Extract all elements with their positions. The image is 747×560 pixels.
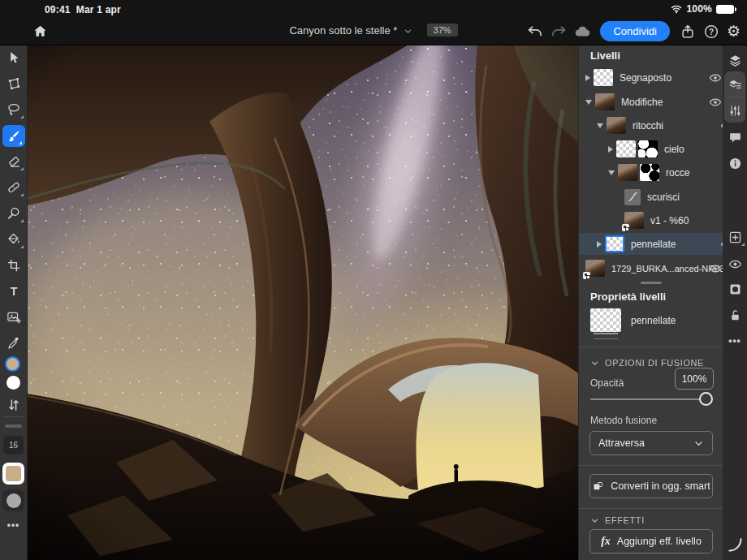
blend-options-section-header[interactable]: OPZIONI DI FUSIONE <box>590 358 704 368</box>
blend-mode-dropdown[interactable]: Attraversa <box>589 431 713 455</box>
effects-section-header[interactable]: EFFETTI <box>590 515 645 525</box>
layer-thumbnail[interactable] <box>594 69 613 86</box>
comments-button[interactable] <box>723 127 747 148</box>
disclosure-down-icon[interactable] <box>585 100 592 105</box>
visibility-eye-icon[interactable] <box>709 262 722 275</box>
hide-interface-handle[interactable] <box>723 534 747 555</box>
layers-view-button[interactable] <box>723 50 747 71</box>
brush-size-value: 16 <box>9 441 18 450</box>
layer-thumbnail[interactable] <box>616 140 636 157</box>
add-layer-button[interactable] <box>723 226 747 248</box>
layer-mask-thumbnail[interactable] <box>638 140 658 157</box>
effects-label: EFFETTI <box>605 515 645 525</box>
rail-divider <box>728 97 742 97</box>
cloud-sync-icon[interactable] <box>574 24 590 40</box>
add-layer-effect-button[interactable]: fx Aggiungi eff. livello <box>589 529 713 554</box>
share-button[interactable]: Condividi <box>600 21 669 41</box>
clone-stamp-tool[interactable] <box>0 202 27 225</box>
tool-options-drag-handle[interactable] <box>5 424 22 428</box>
canyon-photo <box>27 45 578 560</box>
layer-row-modifiche[interactable]: Modifiche <box>579 91 730 113</box>
disclosure-right-icon[interactable] <box>585 75 590 81</box>
disclosure-down-icon[interactable] <box>597 123 603 128</box>
settings-gear-icon[interactable]: ⚙ <box>727 24 741 40</box>
opacity-slider-handle[interactable] <box>699 392 713 406</box>
disclosure-right-icon[interactable] <box>608 146 613 153</box>
adjustments-button[interactable] <box>723 100 747 121</box>
tool-bar: 16 ••• <box>0 45 28 560</box>
document-title[interactable]: Canyon sotto le stelle * <box>289 24 397 37</box>
blend-mode-value: Attraversa <box>598 437 645 449</box>
background-color-swatch[interactable] <box>6 376 20 390</box>
selected-layer-thumbnail <box>590 308 621 332</box>
adjustment-curves-thumbnail[interactable] <box>624 189 641 205</box>
layer-mask-thumbnail[interactable] <box>640 164 659 181</box>
eraser-tool[interactable] <box>0 150 27 173</box>
type-tool[interactable] <box>0 280 27 303</box>
brush-tool[interactable] <box>2 125 25 147</box>
brush-color-chip[interactable] <box>2 463 24 485</box>
convert-smart-object-button[interactable]: Converti in ogg. smart <box>589 474 713 498</box>
layer-row-background[interactable]: 1729_BURKA...anced-NR33 <box>579 257 730 279</box>
add-layer-effect-label: Aggiungi eff. livello <box>617 536 702 547</box>
status-date: Mar 1 apr <box>76 4 121 15</box>
toolbar-divider <box>4 416 23 417</box>
info-button[interactable] <box>723 153 747 174</box>
convert-smart-object-label: Converti in ogg. smart <box>611 480 710 492</box>
blend-mode-label: Metodo fusione <box>590 415 657 426</box>
brush-opacity-chip[interactable] <box>2 489 24 511</box>
layer-thumbnail[interactable] <box>607 117 626 134</box>
swap-colors-button[interactable] <box>0 394 27 416</box>
visibility-eye-icon[interactable] <box>709 71 722 84</box>
layers-detail-button[interactable] <box>723 74 747 95</box>
visibility-eye-icon[interactable] <box>709 96 722 109</box>
more-layer-options-button[interactable]: ••• <box>723 330 747 351</box>
help-icon[interactable] <box>703 24 719 40</box>
place-photo-tool[interactable] <box>0 306 27 329</box>
blend-options-label: OPZIONI DI FUSIONE <box>605 358 704 368</box>
layer-row-scurisci[interactable]: scurisci <box>579 186 747 208</box>
lasso-select-tool[interactable] <box>0 98 27 121</box>
opacity-label: Opacità <box>590 372 624 389</box>
layer-thumbnail[interactable] <box>595 93 615 110</box>
layer-row-cielo[interactable]: cielo <box>579 138 747 160</box>
battery-percent: 100% <box>687 3 713 15</box>
fill-tool[interactable] <box>0 228 27 251</box>
disclosure-down-icon[interactable] <box>608 170 615 175</box>
layer-row-pennellate-selected[interactable]: pennellate <box>579 233 741 255</box>
smart-object-badge-icon <box>622 224 629 231</box>
zoom-level-badge[interactable]: 37% <box>427 24 458 37</box>
layer-row-rocce[interactable]: rocce <box>579 162 747 183</box>
brush-size-field[interactable]: 16 <box>3 436 24 454</box>
more-tool-options-button[interactable]: ••• <box>0 514 27 536</box>
chevron-down-icon <box>693 438 704 449</box>
transform-tool[interactable] <box>0 72 27 95</box>
export-icon[interactable] <box>680 24 696 40</box>
layer-row-v1[interactable]: v1 - %60 <box>579 209 747 231</box>
battery-icon <box>716 5 734 14</box>
redo-icon[interactable] <box>551 24 567 40</box>
layer-properties-title: Proprietà livelli <box>590 291 666 303</box>
layer-row-ritocchi[interactable]: ritocchi <box>579 114 741 136</box>
layer-row-segnaposto[interactable]: Segnaposto <box>579 67 730 88</box>
eyedropper-tool[interactable] <box>0 332 27 355</box>
layers-panel-title: Livelli <box>590 50 620 62</box>
panel-divider <box>579 508 723 509</box>
layer-mask-button[interactable] <box>723 278 747 299</box>
healing-tool[interactable] <box>0 176 27 199</box>
layer-thumbnail[interactable] <box>605 235 624 252</box>
chevron-down-icon <box>590 359 599 368</box>
move-tool[interactable] <box>0 46 27 69</box>
disclosure-right-icon[interactable] <box>597 241 602 248</box>
opacity-slider-track[interactable] <box>590 398 712 400</box>
panel-splitter-handle[interactable] <box>641 282 662 284</box>
layer-visibility-button[interactable] <box>723 253 747 274</box>
document-canvas[interactable] <box>27 45 578 560</box>
opacity-value-field[interactable]: 100% <box>675 368 714 390</box>
foreground-color-swatch[interactable] <box>5 356 20 372</box>
undo-icon[interactable] <box>527 24 543 40</box>
layer-thumbnail[interactable] <box>618 164 637 181</box>
brush-color-swatch <box>6 466 21 481</box>
lock-layer-button[interactable] <box>723 304 747 325</box>
crop-tool[interactable] <box>0 254 27 277</box>
